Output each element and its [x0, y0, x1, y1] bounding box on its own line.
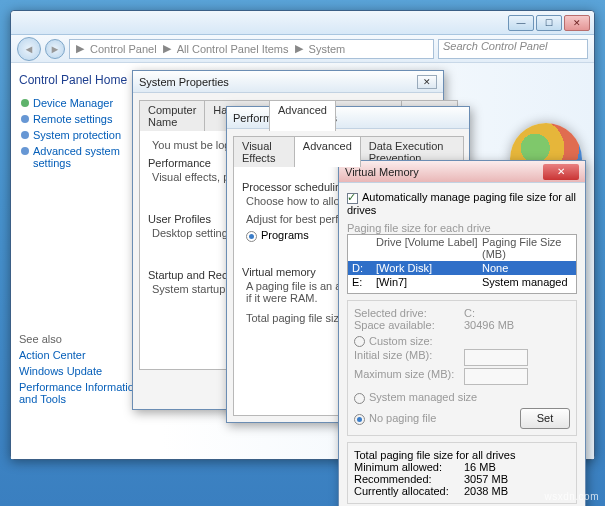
chevron-right-icon: ▶ — [76, 42, 84, 55]
totals-title: Total paging file size for all drives — [354, 449, 570, 461]
breadcrumb[interactable]: ▶ Control Panel ▶ All Control Panel Item… — [69, 39, 434, 59]
set-button[interactable]: Set — [520, 408, 570, 429]
hdr-size: Paging File Size (MB) — [482, 236, 572, 260]
recommended-value: 3057 MB — [464, 473, 508, 485]
window-titlebar: — ☐ ✕ — [11, 11, 594, 35]
tab-computer-name[interactable]: Computer Name — [139, 100, 205, 131]
initial-size-input[interactable] — [464, 349, 528, 366]
drive-list[interactable]: Drive [Volume Label]Paging File Size (MB… — [347, 234, 577, 294]
close-button[interactable]: ✕ — [564, 15, 590, 31]
checkbox-icon — [347, 193, 358, 204]
selected-drive-label: Selected drive: — [354, 307, 464, 319]
space-available-label: Space available: — [354, 319, 464, 331]
maximum-size-input[interactable] — [464, 368, 528, 385]
crumb-2[interactable]: All Control Panel Items — [177, 43, 289, 55]
minimize-button[interactable]: — — [508, 15, 534, 31]
min-allowed-value: 16 MB — [464, 461, 496, 473]
chevron-right-icon: ▶ — [295, 42, 303, 55]
min-allowed-label: Minimum allowed: — [354, 461, 464, 473]
tab-advanced[interactable]: Advanced — [269, 100, 336, 131]
drive-row[interactable]: E:[Win7]System managed — [348, 275, 576, 289]
drive-settings-group: Selected drive:C: Space available:30496 … — [347, 300, 577, 436]
close-button[interactable]: ✕ — [543, 164, 579, 180]
selected-drive-value: C: — [464, 307, 475, 319]
close-icon[interactable]: ✕ — [417, 75, 437, 89]
auto-manage-checkbox[interactable]: Automatically manage paging file size fo… — [347, 191, 577, 216]
crumb-1[interactable]: Control Panel — [90, 43, 157, 55]
radio-icon — [354, 414, 365, 425]
nav-toolbar: ◄ ► ▶ Control Panel ▶ All Control Panel … — [11, 35, 594, 63]
no-paging-label: No paging file — [369, 412, 436, 424]
watermark: wsxdn.com — [544, 491, 599, 502]
radio-icon — [354, 336, 365, 347]
vm-body: Automatically manage paging file size fo… — [339, 183, 585, 506]
no-paging-radio-row: No paging file Set — [354, 408, 570, 429]
maximum-size-label: Maximum size (MB): — [354, 368, 464, 385]
dialog-titlebar: Performance Options — [227, 107, 469, 129]
space-available-value: 30496 MB — [464, 319, 514, 331]
system-managed-radio[interactable]: System managed size — [354, 391, 570, 404]
auto-manage-label: Automatically manage paging file size fo… — [347, 191, 576, 216]
crumb-3[interactable]: System — [309, 43, 346, 55]
totals-group: Total paging file size for all drives Mi… — [347, 442, 577, 504]
search-input[interactable]: Search Control Panel — [438, 39, 588, 59]
drive-list-header: Drive [Volume Label]Paging File Size (MB… — [348, 235, 576, 261]
custom-size-label: Custom size: — [369, 335, 433, 347]
initial-size-label: Initial size (MB): — [354, 349, 464, 366]
radio-icon — [354, 393, 365, 404]
programs-label: Programs — [261, 229, 309, 241]
drive-row[interactable]: D:[Work Disk]None — [348, 261, 576, 275]
chevron-right-icon: ▶ — [163, 42, 171, 55]
tab-visual-effects[interactable]: Visual Effects — [233, 136, 295, 167]
dialog-title: System Properties — [139, 76, 229, 88]
back-button[interactable]: ◄ — [17, 37, 41, 61]
dialog-titlebar: System Properties ✕ — [133, 71, 443, 93]
hdr-drive: Drive [Volume Label] — [376, 236, 482, 260]
dialog-titlebar: Virtual Memory ✕ — [339, 161, 585, 183]
forward-button[interactable]: ► — [45, 39, 65, 59]
currently-allocated-value: 2038 MB — [464, 485, 508, 497]
recommended-label: Recommended: — [354, 473, 464, 485]
dialog-title: Virtual Memory — [345, 166, 419, 178]
paging-file-size-label: Paging file size for each drive — [347, 222, 577, 234]
maximize-button[interactable]: ☐ — [536, 15, 562, 31]
no-paging-radio[interactable]: No paging file — [354, 412, 436, 425]
radio-icon — [246, 231, 257, 242]
currently-allocated-label: Currently allocated: — [354, 485, 464, 497]
virtual-memory-dialog: Virtual Memory ✕ Automatically manage pa… — [338, 160, 586, 506]
tab-advanced[interactable]: Advanced — [294, 136, 361, 167]
system-managed-label: System managed size — [369, 391, 477, 403]
custom-size-radio[interactable]: Custom size: — [354, 335, 570, 348]
